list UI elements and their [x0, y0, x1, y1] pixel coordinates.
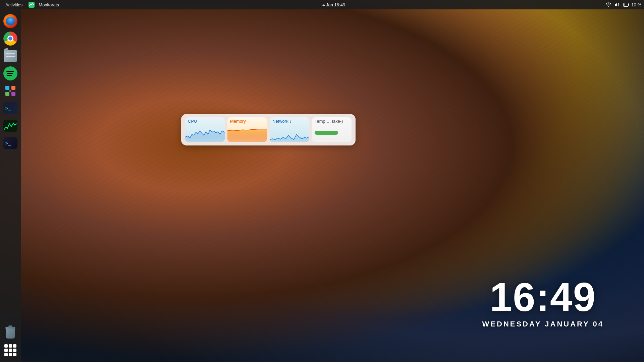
activities-button[interactable]: Activities — [3, 2, 25, 8]
topbar-datetime: 4 Jan 16:49 — [322, 2, 345, 7]
battery-text: 10 % — [631, 2, 641, 7]
dock-item-spotify[interactable] — [3, 66, 18, 81]
svg-rect-11 — [227, 130, 267, 142]
svg-rect-5 — [624, 3, 625, 6]
topbar-center: 4 Jan 16:49 — [62, 2, 606, 7]
cpu-graph-svg — [185, 124, 225, 142]
svg-rect-4 — [629, 4, 629, 6]
widget-temp-graph — [312, 124, 352, 142]
widget-network[interactable]: Network ↓ — [270, 117, 309, 142]
svg-rect-6 — [5, 86, 9, 90]
widget-memory-label: Memory — [227, 117, 267, 124]
dock-item-chrome[interactable] — [3, 31, 18, 46]
dock-item-terminal[interactable]: >_ — [3, 101, 18, 116]
dock-item-files[interactable] — [3, 48, 18, 64]
dock: >_ >_ — [0, 9, 21, 362]
clock-date: WEDNESDAY JANUARY 04 — [482, 320, 604, 328]
svg-marker-2 — [615, 3, 617, 7]
widget-memory-graph — [227, 124, 267, 142]
topbar-left: Activities Monitorets — [3, 2, 62, 8]
widget-temp-label: Temp … lake-) — [312, 117, 352, 124]
big-clock: 16:49 WEDNESDAY JANUARY 04 — [482, 277, 604, 328]
dock-item-trash[interactable] — [3, 325, 18, 341]
widget-panel: CPU Memory — [181, 114, 356, 145]
widget-memory[interactable]: Memory — [227, 117, 267, 142]
widget-cpu-label: CPU — [185, 117, 225, 124]
volume-icon[interactable] — [614, 2, 620, 7]
clock-time: 16:49 — [482, 277, 604, 317]
svg-rect-7 — [5, 92, 9, 96]
svg-marker-1 — [608, 6, 609, 7]
svg-rect-8 — [11, 86, 15, 90]
puzzle-icon — [4, 84, 17, 97]
dock-item-sysmon[interactable] — [3, 118, 18, 133]
grid-icon — [4, 344, 16, 356]
battery-icon[interactable] — [623, 3, 629, 7]
network-graph-svg — [270, 124, 309, 142]
sysmon-graph-icon — [4, 120, 17, 131]
widget-temp[interactable]: Temp … lake-) — [312, 117, 352, 142]
monitorets-icon — [29, 2, 35, 8]
topbar-right: 10 % — [606, 2, 641, 7]
widget-cpu[interactable]: CPU — [185, 117, 225, 142]
widget-network-graph — [270, 124, 309, 142]
widget-network-label: Network ↓ — [270, 117, 309, 124]
temp-bar — [315, 131, 338, 135]
dock-item-terminal2[interactable]: >_ — [3, 135, 18, 151]
wifi-icon[interactable] — [606, 2, 611, 7]
topbar: Activities Monitorets 4 Jan 16:49 — [0, 0, 644, 9]
dock-item-firefox[interactable] — [3, 13, 18, 29]
widget-cpu-graph — [185, 124, 225, 142]
svg-rect-9 — [11, 92, 15, 96]
dock-item-appgrid[interactable] — [3, 343, 18, 358]
dock-item-puzzle[interactable] — [3, 83, 18, 99]
app-name[interactable]: Monitorets — [36, 2, 62, 8]
memory-graph-svg — [227, 124, 267, 142]
svg-rect-10 — [9, 90, 11, 92]
